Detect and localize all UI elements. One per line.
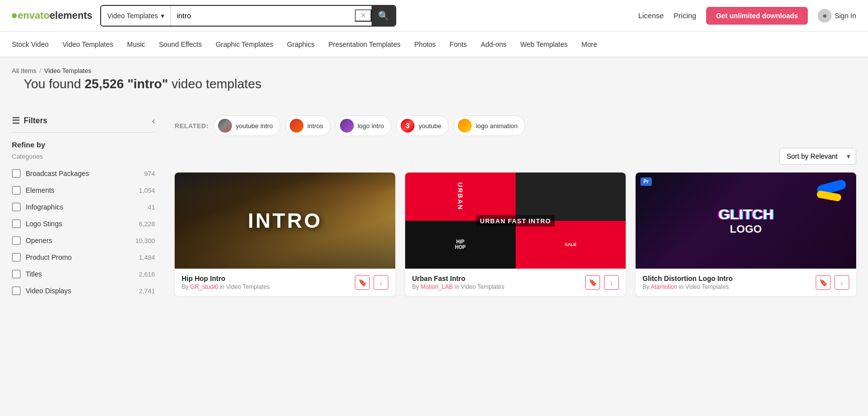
- card-thumb-glitch-distortion-logo-intro: GLITCH LOGO Pr: [636, 173, 856, 269]
- related-tag-label-intros: intros: [307, 122, 323, 130]
- nav-more[interactable]: More: [581, 38, 597, 50]
- card-download-urban-fast-intro[interactable]: ↓: [604, 275, 619, 290]
- category-item-logo-stings[interactable]: Logo Stings 6,228: [12, 215, 155, 232]
- nav-sound-effects[interactable]: Sound Effects: [159, 38, 202, 50]
- nav-stock-video[interactable]: Stock Video: [12, 38, 48, 50]
- category-item-broadcast-packages[interactable]: Broadcast Packages 974: [12, 165, 155, 182]
- category-checkbox-logo-stings[interactable]: [12, 219, 21, 228]
- card-author-hip-hop-intro: By GR_studi0 in Video Templates: [182, 283, 269, 290]
- search-category-dropdown[interactable]: Video Templates ▾: [101, 6, 171, 26]
- urban-top-right: [516, 173, 626, 221]
- related-tag-youtube[interactable]: 3 youtube: [396, 115, 449, 136]
- nav-web-templates[interactable]: Web Templates: [520, 38, 567, 50]
- cta-button[interactable]: Get unlimited downloads: [706, 7, 808, 25]
- header: envatoelements Video Templates ▾ × 🔍 Lic…: [0, 0, 868, 32]
- breadcrumb-current: Video Templates: [44, 67, 91, 74]
- category-checkbox-infographics[interactable]: [12, 203, 21, 211]
- related-tag-logo-animation[interactable]: logo animation: [453, 115, 525, 136]
- breadcrumb-area: All Items / Video Templates You found 25…: [0, 57, 868, 107]
- card-author-link-urban-fast-intro[interactable]: Motion_LAB: [420, 283, 453, 290]
- glitch-line2: LOGO: [718, 223, 774, 235]
- category-checkbox-broadcast-packages[interactable]: [12, 169, 21, 178]
- license-link[interactable]: License: [638, 11, 664, 20]
- category-count-titles: 2,616: [139, 271, 155, 278]
- breadcrumb-all-items[interactable]: All Items: [12, 67, 37, 74]
- related-tag-logo-intro[interactable]: logo intro: [336, 115, 391, 136]
- signin-label: Sign In: [834, 12, 856, 20]
- category-checkbox-product-promo[interactable]: [12, 253, 21, 262]
- search-input[interactable]: [171, 6, 354, 26]
- category-name-video-displays: Video Displays: [26, 287, 134, 295]
- card-info-urban-fast-intro: Urban Fast Intro By Motion_LAB in Video …: [405, 269, 626, 296]
- card-actions-urban-fast-intro: 🔖 ↓: [585, 275, 619, 290]
- nav-fonts[interactable]: Fonts: [450, 38, 467, 50]
- nav-graphics[interactable]: Graphics: [287, 38, 314, 50]
- pricing-link[interactable]: Pricing: [674, 11, 696, 20]
- sort-bar: Sort by Relevant Sort by Newest Sort by …: [175, 144, 856, 173]
- categories-label: Categories: [12, 153, 155, 160]
- nav-addons[interactable]: Add-ons: [481, 38, 506, 50]
- card-urban-fast-intro[interactable]: URBAN HIP HOP SALE URBAN FAST INTRO: [405, 173, 626, 296]
- sort-select[interactable]: Sort by Relevant Sort by Newest Sort by …: [779, 148, 856, 165]
- related-tag-label-logo-animation: logo animation: [476, 122, 518, 130]
- card-bookmark-glitch-distortion-logo-intro[interactable]: 🔖: [816, 275, 830, 290]
- related-tag-thumb-logo-intro: [340, 119, 354, 133]
- nav-music[interactable]: Music: [127, 38, 145, 50]
- related-tag-youtube-intro[interactable]: youtube intro: [214, 115, 280, 136]
- related-label: RELATED:: [175, 122, 209, 130]
- category-item-video-displays[interactable]: Video Displays 2,741: [12, 282, 155, 299]
- card-download-glitch-distortion-logo-intro[interactable]: ↓: [834, 275, 849, 290]
- card-author-link-glitch-distortion-logo-intro[interactable]: Atamotion: [651, 283, 678, 290]
- urban-hop-text: HOP: [455, 244, 466, 250]
- category-item-openers[interactable]: Openers 10,300: [12, 232, 155, 249]
- chevron-down-icon: ▾: [161, 12, 164, 20]
- glitch-line1: GLITCH: [718, 206, 774, 222]
- category-checkbox-titles[interactable]: [12, 270, 21, 278]
- category-count-logo-stings: 6,228: [139, 220, 155, 228]
- brush-yellow: [816, 190, 842, 202]
- collapse-sidebar-button[interactable]: ‹: [152, 116, 155, 126]
- nav-presentation-templates[interactable]: Presentation Templates: [328, 38, 400, 50]
- related-tag-intros[interactable]: intros: [285, 115, 331, 136]
- category-name-logo-stings: Logo Stings: [26, 220, 134, 228]
- category-name-broadcast-packages: Broadcast Packages: [26, 170, 139, 177]
- logo[interactable]: envatoelements: [12, 10, 92, 21]
- category-item-elements[interactable]: Elements 1,054: [12, 182, 155, 199]
- filters-title: ☰ Filters: [12, 115, 47, 126]
- breadcrumb-separator: /: [39, 67, 41, 74]
- category-count-video-displays: 2,741: [139, 287, 155, 295]
- urban-grid: URBAN HIP HOP SALE: [405, 173, 626, 269]
- category-checkbox-openers[interactable]: [12, 236, 21, 245]
- card-bookmark-hip-hop-intro[interactable]: 🔖: [355, 275, 370, 290]
- card-bookmark-urban-fast-intro[interactable]: 🔖: [585, 275, 600, 290]
- hiphop-visual: INTRO: [175, 173, 395, 269]
- search-button[interactable]: 🔍: [372, 6, 395, 26]
- category-checkbox-video-displays[interactable]: [12, 286, 21, 295]
- results-prefix: You found: [24, 76, 84, 91]
- card-meta-urban-fast-intro: Urban Fast Intro By Motion_LAB in Video …: [412, 275, 504, 290]
- nav-video-templates[interactable]: Video Templates: [62, 38, 113, 50]
- category-name-titles: Titles: [26, 270, 134, 278]
- search-clear-button[interactable]: ×: [355, 9, 372, 22]
- pr-badge: Pr: [641, 177, 652, 186]
- category-item-product-promo[interactable]: Product Promo 1,484: [12, 249, 155, 266]
- card-author-glitch-distortion-logo-intro: By Atamotion in Video Templates: [642, 283, 733, 290]
- card-title-hip-hop-intro: Hip Hop Intro: [182, 275, 269, 282]
- related-tag-label-youtube-intro: youtube intro: [236, 122, 273, 130]
- card-download-hip-hop-intro[interactable]: ↓: [374, 275, 388, 290]
- card-glitch-distortion-logo-intro[interactable]: GLITCH LOGO Pr Glitch Distortion Logo In…: [636, 173, 856, 296]
- category-checkbox-elements[interactable]: [12, 186, 21, 195]
- category-count-openers: 10,300: [135, 237, 155, 244]
- nav-photos[interactable]: Photos: [415, 38, 436, 50]
- category-item-infographics[interactable]: Infographics 41: [12, 199, 155, 215]
- category-name-elements: Elements: [26, 186, 134, 194]
- category-item-titles[interactable]: Titles 2,616: [12, 266, 155, 282]
- cards-grid: INTRO Hip Hop Intro By GR_studi0 in Vide…: [175, 173, 856, 296]
- glitch-visual: GLITCH LOGO Pr: [636, 173, 856, 269]
- signin-button[interactable]: ● Sign In: [818, 9, 856, 23]
- refine-by-label: Refine by: [12, 133, 155, 153]
- card-hip-hop-intro[interactable]: INTRO Hip Hop Intro By GR_studi0 in Vide…: [175, 173, 395, 296]
- sidebar-header: ☰ Filters ‹: [12, 107, 155, 133]
- nav-graphic-templates[interactable]: Graphic Templates: [216, 38, 273, 50]
- card-author-link-hip-hop-intro[interactable]: GR_studi0: [190, 283, 218, 290]
